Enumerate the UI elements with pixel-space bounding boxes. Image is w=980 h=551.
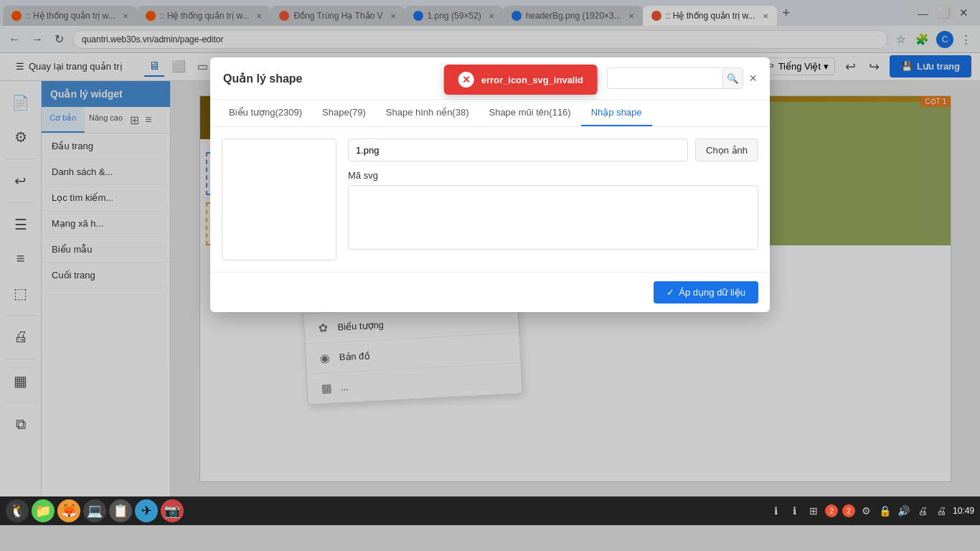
taskbar-clock: 10:49	[953, 506, 974, 516]
apply-data-button[interactable]: ✓ Áp dụng dữ liệu	[654, 281, 758, 303]
modal-search-input[interactable]	[608, 68, 722, 88]
taskbar-clipboard-button[interactable]: 📋	[109, 499, 132, 522]
taskbar-linux-button[interactable]: 🐧	[6, 499, 29, 522]
checkmark-icon: ✓	[666, 287, 674, 298]
svg-code-section: Mã svg	[348, 170, 758, 252]
modal-search-button[interactable]: 🔍	[722, 68, 743, 88]
modal-overlay: ✕ error_icon_svg_invalid Quản lý shape 🔍…	[0, 0, 980, 551]
modal-body: Chọn ảnh Mã svg	[210, 127, 770, 272]
modal-tab-bieu-tuong[interactable]: Biểu tượng(2309)	[219, 100, 312, 126]
modal-tabs: Biểu tượng(2309) Shape(79) Shape hình nề…	[210, 100, 770, 127]
taskbar-info-icon-2[interactable]: ℹ	[788, 504, 802, 518]
apply-label: Áp dụng dữ liệu	[679, 287, 745, 298]
taskbar: 🐧 📁 🦊 💻 📋 ✈ 📷 ℹ ℹ ⊞ 2 2 ⚙ 🔒 🔊 🖨 🖨 10:49	[0, 496, 980, 525]
error-message: error_icon_svg_invalid	[481, 75, 583, 85]
modal-preview	[222, 138, 336, 260]
modal-tab-shape[interactable]: Shape(79)	[312, 100, 376, 126]
taskbar-print-icon-2[interactable]: 🖨	[934, 504, 948, 518]
svg-code-textarea[interactable]	[348, 185, 758, 250]
modal-close-button[interactable]: ×	[749, 71, 757, 86]
taskbar-terminal-button[interactable]: 💻	[83, 499, 106, 522]
taskbar-lock-icon[interactable]: 🔒	[878, 504, 892, 518]
taskbar-settings-icon[interactable]: ⚙	[859, 504, 874, 518]
taskbar-info-icon-1[interactable]: ℹ	[769, 504, 783, 518]
modal-form: Chọn ảnh Mã svg	[348, 138, 758, 260]
taskbar-grid-icon[interactable]: ⊞	[806, 504, 821, 518]
taskbar-telegram-button[interactable]: ✈	[135, 499, 158, 522]
taskbar-browser-button[interactable]: 🦊	[57, 499, 80, 522]
taskbar-right: ℹ ℹ ⊞ 2 2 ⚙ 🔒 🔊 🖨 🖨 10:49	[769, 504, 974, 518]
file-input-row: Chọn ảnh	[348, 138, 758, 161]
svg-label: Mã svg	[348, 170, 758, 181]
error-toast: ✕ error_icon_svg_invalid	[444, 65, 598, 95]
modal-tab-nhap-shape[interactable]: Nhập shape	[581, 100, 652, 126]
shape-manager-modal: Quản lý shape 🔍 × Biểu tượng(2309) Shape…	[210, 57, 770, 312]
modal-tab-shape-mui-ten[interactable]: Shape mũi tên(116)	[479, 100, 580, 126]
taskbar-print-icon[interactable]: 🖨	[915, 504, 930, 518]
taskbar-files-button[interactable]: 📁	[32, 499, 55, 522]
modal-title: Quản lý shape	[223, 72, 302, 85]
choose-image-button[interactable]: Chọn ảnh	[695, 138, 758, 161]
modal-footer: ✓ Áp dụng dữ liệu	[210, 272, 770, 312]
file-name-input[interactable]	[348, 138, 688, 161]
taskbar-badge-2b[interactable]: 2	[842, 504, 855, 517]
modal-tab-shape-hinh-nen[interactable]: Shape hình nền(38)	[376, 100, 479, 126]
error-icon: ✕	[458, 72, 474, 88]
taskbar-camera-button[interactable]: 📷	[161, 499, 184, 522]
taskbar-badge-2[interactable]: 2	[825, 504, 838, 517]
taskbar-sound-icon[interactable]: 🔊	[897, 504, 911, 518]
